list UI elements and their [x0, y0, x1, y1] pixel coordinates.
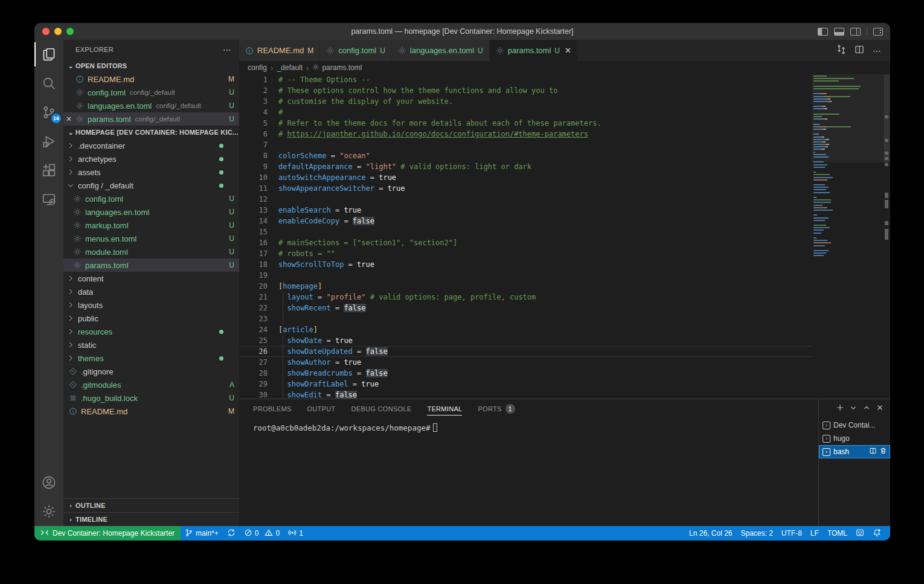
activity-search-icon[interactable]: [34, 69, 63, 98]
code-line[interactable]: 3 # customise the display of your websit…: [239, 96, 812, 107]
code-line[interactable]: 18 showScrollToTop = true: [239, 259, 812, 270]
zoom-window-button[interactable]: [66, 28, 74, 35]
code-line[interactable]: 4 #: [239, 107, 812, 118]
tree-item[interactable]: .devcontainer: [63, 139, 239, 152]
code-line[interactable]: 25 showDate = true: [239, 335, 812, 346]
more-actions-icon[interactable]: ⋯: [873, 46, 882, 56]
code-line[interactable]: 9 defaultAppearance = "light" # valid op…: [239, 161, 812, 172]
language-mode-status[interactable]: TOML: [823, 526, 852, 541]
minimap[interactable]: [812, 74, 883, 399]
code-line[interactable]: 5 # Refer to the theme docs for more det…: [239, 118, 812, 129]
tree-item[interactable]: config.toml U: [63, 192, 239, 205]
project-section-header[interactable]: ⌄ HOMEPAGE [DEV CONTAINER: HOMEPAGE KIC.…: [63, 126, 239, 139]
tree-item[interactable]: menus.en.toml U: [63, 232, 239, 245]
tree-item[interactable]: .gitignore: [63, 365, 239, 378]
git-branch-status[interactable]: main*+: [181, 526, 223, 541]
tree-item[interactable]: .hugo_build.lock U: [63, 391, 239, 405]
eol-status[interactable]: LF: [806, 526, 823, 541]
close-window-button[interactable]: [42, 28, 50, 35]
new-terminal-icon[interactable]: [836, 403, 844, 414]
tree-item[interactable]: languages.en.toml U: [63, 205, 239, 219]
open-editor-item[interactable]: config.toml config/_default U: [63, 86, 239, 99]
editor-tab[interactable]: README.md M: [239, 40, 319, 61]
sidebar-more-actions-icon[interactable]: ⋯: [223, 45, 232, 54]
editor-code-area[interactable]: 1 # -- Theme Options -- 2 # These option…: [239, 74, 890, 399]
activity-remote-explorer-icon[interactable]: [34, 185, 63, 214]
code-line[interactable]: 27 showAuthor = true: [239, 357, 812, 368]
code-line[interactable]: 22 showRecent = false: [239, 303, 812, 313]
code-line[interactable]: 11 showAppearanceSwitcher = true: [239, 183, 812, 194]
activity-account-icon[interactable]: [34, 468, 63, 497]
encoding-status[interactable]: UTF-8: [777, 526, 806, 541]
close-panel-icon[interactable]: [876, 403, 884, 414]
code-line[interactable]: 17 # robots = "": [239, 248, 812, 259]
code-line[interactable]: 2 # These options control how the theme …: [239, 85, 812, 96]
tree-item[interactable]: .gitmodules A: [63, 378, 239, 391]
editor-tab[interactable]: config.toml U: [320, 40, 391, 61]
tree-item[interactable]: public: [63, 312, 239, 325]
split-terminal-icon[interactable]: [869, 447, 877, 457]
tree-item[interactable]: assets: [63, 165, 239, 179]
activity-run-debug-icon[interactable]: [34, 127, 63, 156]
toggle-panel-icon[interactable]: [834, 28, 844, 36]
tree-item[interactable]: config / _default: [63, 179, 239, 192]
code-line[interactable]: 19: [239, 270, 812, 281]
indentation-status[interactable]: Spaces: 2: [736, 526, 777, 541]
terminal-list-item[interactable]: › hugo: [819, 432, 890, 445]
code-line[interactable]: 14 enableCodeCopy = false: [239, 216, 812, 226]
tree-item[interactable]: markup.toml U: [63, 219, 239, 232]
terminal-list-item[interactable]: › bash: [819, 445, 890, 458]
activity-source-control-icon[interactable]: 16: [34, 98, 63, 127]
code-line[interactable]: 28 showBreadcrumbs = false: [239, 368, 812, 379]
code-line[interactable]: 13 enableSearch = true: [239, 205, 812, 216]
tree-item[interactable]: module.toml U: [63, 245, 239, 258]
activity-settings-icon[interactable]: [34, 497, 63, 526]
panel-tab[interactable]: PROBLEMS: [253, 399, 292, 419]
customize-layout-icon[interactable]: [873, 28, 883, 36]
code-line[interactable]: 29 showDraftLabel = true: [239, 379, 812, 390]
close-editor-icon[interactable]: ✕: [63, 115, 74, 123]
tree-item[interactable]: params.toml U: [63, 258, 239, 272]
editor-tab[interactable]: params.toml U ✕: [490, 40, 577, 61]
open-editor-item[interactable]: README.md M: [63, 72, 239, 86]
code-line[interactable]: 16 # mainSections = ["section1", "sectio…: [239, 237, 812, 248]
toggle-sidebar-icon[interactable]: [818, 28, 828, 36]
notifications-button[interactable]: [868, 526, 885, 541]
code-line[interactable]: 12: [239, 194, 812, 205]
remote-indicator[interactable]: Dev Container: Homepage Kickstarter: [34, 526, 181, 541]
code-line[interactable]: 8 colorScheme = "ocean": [239, 150, 812, 161]
timeline-section-header[interactable]: › TIMELINE: [63, 512, 239, 526]
cursor-position-status[interactable]: Ln 26, Col 26: [685, 526, 736, 541]
breadcrumb-item[interactable]: config: [248, 63, 267, 72]
open-editor-item[interactable]: ✕ params.toml config/_default U: [63, 112, 239, 126]
breadcrumb-item[interactable]: _default: [277, 63, 303, 72]
code-line[interactable]: 26 showDateUpdated = false: [239, 346, 812, 357]
activity-explorer-icon[interactable]: [34, 40, 63, 69]
tree-item[interactable]: themes: [63, 351, 239, 365]
code-line[interactable]: 30 showEdit = false: [239, 390, 812, 399]
code-line[interactable]: 21 layout = "profile" # valid options: p…: [239, 292, 812, 303]
split-editor-icon[interactable]: [855, 45, 864, 57]
tree-item[interactable]: archetypes: [63, 152, 239, 165]
forwarded-ports-status[interactable]: 1: [284, 526, 307, 541]
panel-tab[interactable]: TERMINAL: [427, 399, 462, 419]
code-line[interactable]: 10 autoSwitchAppearance = true: [239, 172, 812, 183]
sync-changes-button[interactable]: [223, 526, 240, 541]
panel-tab[interactable]: PORTS 1: [478, 399, 515, 419]
code-line[interactable]: 23: [239, 313, 812, 324]
toggle-secondary-sidebar-icon[interactable]: [850, 28, 861, 36]
code-line[interactable]: 7: [239, 140, 812, 150]
feedback-button[interactable]: [852, 526, 868, 541]
tree-item[interactable]: content: [63, 272, 239, 285]
code-line[interactable]: 6 # https://jpanther.github.io/congo/doc…: [239, 129, 812, 140]
open-editor-item[interactable]: languages.en.toml config/_default U: [63, 99, 239, 112]
tree-item[interactable]: data: [63, 285, 239, 298]
minimap-slider[interactable]: [812, 74, 883, 162]
code-line[interactable]: 20 [homepage]: [239, 281, 812, 292]
minimize-window-button[interactable]: [54, 28, 62, 35]
panel-tab[interactable]: OUTPUT: [307, 399, 336, 419]
scrollbar-slider[interactable]: [884, 74, 890, 162]
tree-item[interactable]: static: [63, 338, 239, 351]
editor-tab[interactable]: languages.en.toml U: [392, 40, 489, 61]
code-line[interactable]: 1 # -- Theme Options --: [239, 74, 812, 85]
